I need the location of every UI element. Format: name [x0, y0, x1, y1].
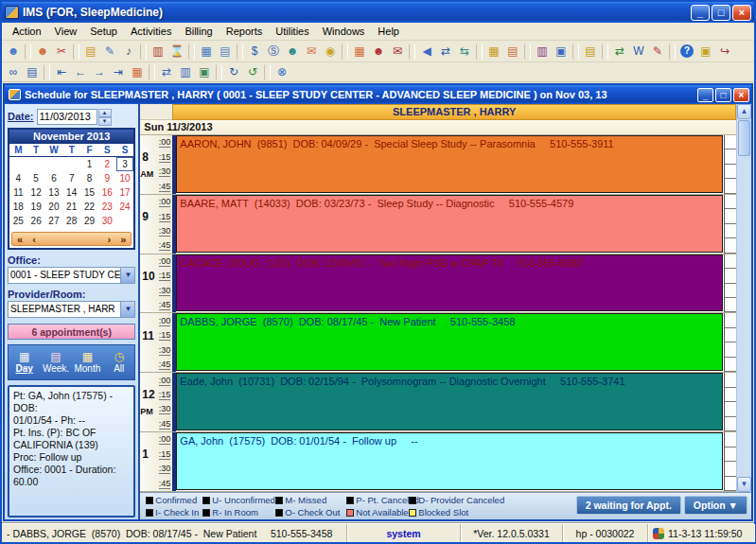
letters-icon[interactable]: ✉ — [388, 43, 407, 61]
appointment-block[interactable]: GA, John (17575) DOB: 01/01/54 - Follow … — [176, 432, 723, 490]
appointment-block[interactable]: Eade, John (10731) DOB: 02/15/94 - Polys… — [176, 373, 723, 430]
payments-icon[interactable]: Ⓢ — [264, 43, 283, 61]
calendar-day[interactable] — [27, 157, 45, 171]
office-select[interactable]: 0001 - SLEEP STUDY CE ▼ — [8, 267, 135, 284]
print-icon[interactable]: ▤ — [23, 63, 42, 81]
menu-item[interactable]: Billing — [178, 24, 219, 39]
separator[interactable] — [342, 44, 348, 60]
view-button[interactable]: ▦ Day — [9, 345, 40, 379]
calendar-day[interactable]: 9 — [98, 171, 116, 185]
prev-month-button[interactable]: ‹ — [32, 234, 36, 245]
calendar-day[interactable]: 22 — [80, 200, 98, 214]
next-month-button[interactable]: › — [108, 234, 112, 245]
calendar-day[interactable]: 1 — [80, 157, 98, 171]
patient-account-icon[interactable]: ☻ — [283, 43, 302, 61]
calendar-day[interactable] — [62, 157, 80, 171]
menu-item[interactable]: Help — [371, 24, 406, 39]
date-spinner[interactable]: ▲ ▼ — [98, 109, 112, 125]
menu-item[interactable]: Setup — [83, 24, 124, 39]
export-icon[interactable]: ⇄ — [610, 43, 629, 61]
calendar-day[interactable]: 12 — [27, 185, 45, 200]
spinner-down-icon[interactable]: ▼ — [98, 117, 112, 126]
first-record-icon[interactable]: ⇤ — [52, 63, 71, 81]
restore-button[interactable]: □ — [712, 5, 730, 21]
calendar-day[interactable]: 2 — [98, 157, 116, 171]
separator[interactable] — [669, 44, 676, 60]
menu-item[interactable]: Windows — [316, 24, 372, 39]
calendar-day[interactable] — [9, 157, 27, 171]
paste-icon[interactable]: ▥ — [176, 63, 195, 81]
chevron-down-icon[interactable]: ▼ — [120, 302, 134, 317]
appointment-block[interactable]: BAARE, MATT (14033) DOB: 03/23/73 - Slee… — [176, 195, 723, 253]
eligibility-icon[interactable]: ⇆ — [455, 43, 474, 61]
calendar-day[interactable]: 30 — [98, 214, 116, 228]
separator[interactable] — [237, 44, 243, 60]
word-icon[interactable]: W — [629, 43, 648, 61]
calendar-day[interactable] — [116, 214, 134, 228]
view-button[interactable]: ▤ Week. — [40, 345, 71, 379]
calendar-day[interactable]: 16 — [98, 185, 116, 200]
calendar-day[interactable]: 25 — [9, 214, 27, 228]
open-chart-icon[interactable]: ▤ — [81, 43, 100, 61]
menu-item[interactable]: Reports — [220, 24, 270, 39]
sync-patients-icon[interactable]: ⇄ — [157, 63, 176, 81]
separator[interactable] — [572, 44, 579, 60]
view-button[interactable]: ▦ Month — [72, 345, 103, 379]
prev-year-button[interactable]: « — [17, 234, 23, 245]
appointments-count-button[interactable]: 6 appointment(s) — [8, 324, 135, 340]
vertical-scrollbar[interactable]: ▲ ▼ — [736, 104, 751, 492]
separator[interactable] — [602, 44, 608, 60]
previous-record-icon[interactable]: ← — [71, 63, 90, 81]
refresh-icon[interactable]: ↻ — [224, 63, 243, 81]
menu-item[interactable]: Activities — [124, 24, 178, 39]
resource-icon[interactable]: ▤ — [503, 43, 522, 61]
next-year-button[interactable]: » — [120, 234, 126, 245]
referral-icon[interactable]: ◀ — [417, 43, 436, 61]
separator[interactable] — [409, 44, 415, 60]
write-letter-icon[interactable]: ✎ — [648, 43, 667, 61]
schedule-close-button[interactable]: × — [733, 88, 749, 102]
patient-icon[interactable]: ☻ — [4, 43, 23, 61]
progress-note-icon[interactable]: ✎ — [100, 43, 119, 61]
schedule-minimize-button[interactable]: _ — [697, 88, 713, 102]
calendar-day[interactable]: 21 — [62, 200, 80, 214]
close-button[interactable]: × — [732, 5, 751, 21]
separator[interactable] — [44, 64, 50, 80]
waiting-list-button[interactable]: 2 waiting for Appt. — [576, 496, 681, 515]
charges-icon[interactable]: $ — [245, 43, 264, 61]
separator[interactable] — [264, 64, 271, 80]
separator[interactable] — [140, 44, 147, 60]
calendar-day[interactable]: 23 — [98, 200, 116, 214]
calendar-day[interactable]: 20 — [45, 200, 63, 214]
separator[interactable] — [25, 44, 31, 60]
transactions-icon[interactable]: ⇄ — [436, 43, 455, 61]
date-input[interactable] — [37, 109, 97, 125]
chevron-down-icon[interactable]: ▼ — [120, 268, 134, 283]
calendar-day[interactable]: 10 — [116, 171, 134, 185]
clipboard-icon[interactable]: ▥ — [149, 43, 167, 61]
calendar-day[interactable]: 15 — [80, 185, 98, 200]
spinner-up-icon[interactable]: ▲ — [98, 109, 112, 117]
close-icon[interactable]: ⊗ — [273, 63, 291, 81]
appointment-block[interactable]: AARON, JOHN (9851) DOB: 04/09/29 - Speci… — [176, 135, 723, 193]
appointment-block[interactable]: CACACE, DOUG (120) DOB: 12/09/51 - Two N… — [176, 254, 723, 312]
scroll-down-icon[interactable]: ▼ — [737, 477, 751, 492]
separator[interactable] — [73, 44, 79, 60]
schedule-maximize-button[interactable]: □ — [715, 88, 731, 102]
calendar-day[interactable]: 3 — [116, 157, 134, 171]
calendar-day[interactable]: 14 — [62, 185, 80, 200]
calendar-day[interactable]: 8 — [80, 171, 98, 185]
calendar-day[interactable]: 18 — [9, 200, 27, 214]
view-button[interactable]: ◷ All — [103, 345, 134, 379]
search-icon[interactable]: ∞ — [4, 63, 23, 81]
menu-item[interactable]: Utilities — [269, 24, 315, 39]
patient-remove-icon[interactable]: ✂ — [52, 43, 71, 61]
reports-icon[interactable]: ▥ — [533, 43, 552, 61]
separator[interactable] — [149, 64, 155, 80]
separator[interactable] — [188, 44, 195, 60]
calendar-day[interactable]: 13 — [45, 185, 63, 200]
scroll-up-icon[interactable]: ▲ — [737, 104, 751, 119]
provider-select[interactable]: SLEEPMASTER , HARR ▼ — [8, 301, 135, 318]
statement-icon[interactable]: ✉ — [302, 43, 321, 61]
lab-icon[interactable]: ⌛ — [167, 43, 186, 61]
